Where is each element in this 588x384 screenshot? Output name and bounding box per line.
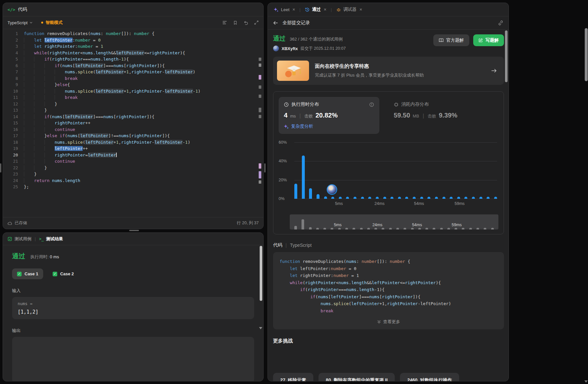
close-icon[interactable]: ×: [359, 7, 362, 12]
scroll-down-icon[interactable]: [259, 327, 262, 329]
chart-bar[interactable]: [457, 197, 460, 199]
code-line[interactable]: 24 return nums.length: [3, 177, 259, 184]
language-selector[interactable]: TypeScript: [8, 20, 33, 25]
chart-bar[interactable]: [324, 196, 327, 199]
chart-bar[interactable]: [435, 197, 438, 199]
case-button[interactable]: ✓Case 2: [48, 268, 79, 279]
code-line[interactable]: 2 let leftPointer:number = 0: [3, 37, 259, 44]
student-promo-banner[interactable]: 面向在校学生的专享特惠 完成认证享 7 折 Plus 会员，享受更多学业及职业成…: [273, 57, 504, 85]
chart-bar[interactable]: [354, 197, 356, 199]
memory-stat-card[interactable]: 消耗内存分布 59.50 MB | 击败 9.39%: [394, 97, 457, 119]
code-line[interactable]: 22 }: [3, 165, 259, 171]
chart-bar[interactable]: [427, 197, 430, 199]
code-line[interactable]: 20 rightPointer=leftPointer: [3, 152, 259, 158]
chart-bar[interactable]: [442, 197, 445, 199]
input-box[interactable]: nums = [1,1,2]: [12, 297, 254, 319]
close-icon[interactable]: ×: [292, 7, 295, 12]
chart-bar[interactable]: [398, 197, 401, 199]
code-line[interactable]: 19 leftPointer++: [3, 145, 259, 152]
view-more-button[interactable]: 查看更多: [280, 319, 497, 325]
panel-resize-handle[interactable]: [264, 163, 266, 173]
code-editor-content[interactable]: 1function removeDuplicates(nums: number[…: [3, 30, 259, 190]
code-line[interactable]: 8 break: [3, 75, 259, 82]
chart-bar[interactable]: [302, 155, 305, 199]
user-avatar-marker[interactable]: [327, 184, 337, 195]
chart-bar[interactable]: [294, 184, 297, 199]
code-line[interactable]: 13 }: [3, 107, 259, 114]
code-line[interactable]: 18 nums.splice(leftPointer+1,rightPointe…: [3, 139, 259, 146]
smart-mode-toggle[interactable]: 智能模式: [41, 20, 62, 26]
tab-Leet[interactable]: Leet×: [274, 7, 295, 12]
chart-bar[interactable]: [464, 197, 467, 199]
case-button[interactable]: ✓Case 1: [12, 268, 43, 279]
runtime-distribution-chart[interactable]: 60%40%20%0%5ms24ms54ms59ms: [279, 142, 498, 212]
horizontal-resize-handle[interactable]: [129, 230, 139, 231]
chart-bar[interactable]: [472, 197, 475, 199]
chart-bar[interactable]: [487, 197, 490, 199]
tab-调试器[interactable]: 调试器×: [336, 7, 362, 12]
challenge-chip[interactable]: 80. 删除有序数组中的重复项 II: [319, 373, 395, 381]
official-solution-button[interactable]: 官方题解: [433, 34, 469, 46]
left-edge-resize-handle[interactable]: [0, 163, 1, 173]
code-line[interactable]: 23 }: [3, 171, 259, 177]
close-icon[interactable]: ×: [324, 7, 326, 12]
code-line[interactable]: 11 break: [3, 94, 259, 101]
code-line[interactable]: 14 if(nums[leftPointer]===nums[rightPoin…: [3, 114, 259, 120]
complexity-analysis-link[interactable]: 复杂度分析: [284, 123, 374, 129]
code-line[interactable]: 5 if(rightPointer===nums.length-1){: [3, 56, 259, 63]
code-line[interactable]: 21 continue: [3, 158, 259, 165]
code-line[interactable]: 7 nums.splice(leftPointer+1,rightPointer…: [3, 69, 259, 75]
info-icon[interactable]: [369, 102, 374, 107]
chart-bar[interactable]: [420, 197, 423, 199]
link-icon[interactable]: [498, 20, 503, 26]
runtime-stat-card[interactable]: 执行用时分布 4 ms | 击败 20.82%: [279, 97, 379, 134]
submitted-code[interactable]: function removeDuplicates(nums: number[]…: [280, 258, 497, 314]
testcase-scrollbar[interactable]: [260, 246, 262, 301]
cursor-position[interactable]: 行 20, 列 37: [237, 220, 259, 226]
scroll-down-icon[interactable]: [584, 380, 588, 383]
chart-bar[interactable]: [383, 197, 386, 199]
code-line[interactable]: 15 rightPointer++: [3, 120, 259, 126]
tab-test-results[interactable]: >_ 测试结果: [39, 236, 63, 242]
code-line[interactable]: 17 }else if(nums[leftPointer]!==nums[rig…: [3, 133, 259, 139]
chart-bar[interactable]: [309, 188, 312, 199]
code-line[interactable]: 16 continue: [3, 126, 259, 133]
chart-bar[interactable]: [317, 194, 320, 199]
code-line[interactable]: 3 let rightPointer:number = 1: [3, 43, 259, 50]
tab-通过[interactable]: 通过×: [305, 7, 326, 12]
challenge-chip[interactable]: 2460. 对数组执行操作: [400, 373, 459, 381]
chart-bar[interactable]: [405, 197, 408, 199]
code-line[interactable]: 9 }else{: [3, 82, 259, 88]
chart-bar[interactable]: [346, 197, 349, 199]
code-line[interactable]: 1function removeDuplicates(nums: number[…: [3, 30, 259, 37]
challenge-chip[interactable]: 27. 移除元素: [273, 373, 313, 381]
chart-bar[interactable]: [339, 197, 342, 199]
chart-bar[interactable]: [361, 197, 364, 199]
code-line[interactable]: 6 if(nums[leftPointer]===nums[rightPoint…: [3, 63, 259, 69]
chart-bar[interactable]: [450, 197, 453, 199]
bookmark-icon[interactable]: [233, 20, 237, 25]
chart-bar[interactable]: [390, 197, 393, 199]
page-scrollbar-thumb[interactable]: [585, 28, 588, 81]
chart-bar[interactable]: [413, 197, 416, 199]
tab-test-cases[interactable]: 测试用例: [8, 236, 31, 242]
back-icon[interactable]: [273, 21, 278, 25]
undo-icon[interactable]: [243, 20, 248, 25]
submission-scrollbar[interactable]: [505, 30, 508, 82]
expand-icon[interactable]: [254, 20, 259, 25]
input-value[interactable]: [1,1,2]: [18, 309, 249, 315]
write-solution-button[interactable]: 写题解: [473, 34, 504, 46]
arrow-right-icon[interactable]: [491, 68, 497, 73]
chart-bar[interactable]: [479, 197, 482, 199]
format-icon[interactable]: [222, 20, 227, 25]
code-line[interactable]: 10 nums.splice(leftPointer+1,rightPointe…: [3, 88, 259, 95]
code-line[interactable]: 12 }: [3, 101, 259, 107]
chart-bar[interactable]: [494, 197, 497, 199]
code-line[interactable]: 4 while(rightPointer<nums.length&&leftPo…: [3, 50, 259, 56]
chart-bar[interactable]: [368, 197, 371, 199]
chart-minimap[interactable]: 5ms24ms54ms59ms: [290, 214, 498, 229]
code-line[interactable]: 25};: [3, 184, 259, 190]
chart-bar[interactable]: [331, 197, 334, 199]
chart-bar[interactable]: [376, 197, 379, 199]
page-scrollbar[interactable]: [584, 0, 588, 384]
